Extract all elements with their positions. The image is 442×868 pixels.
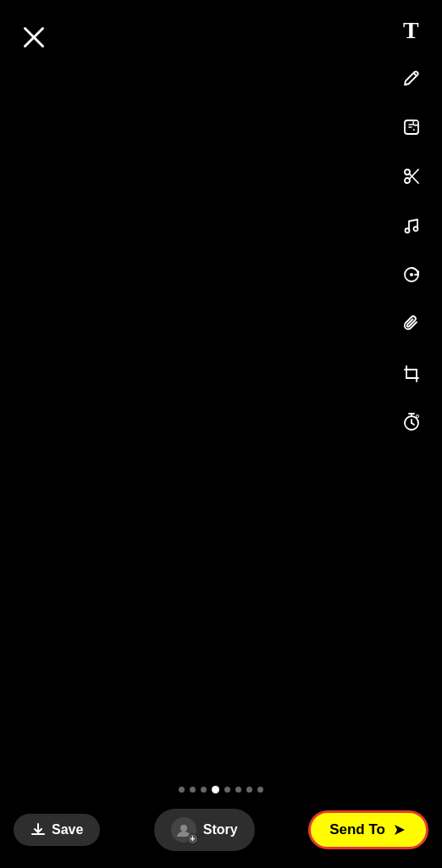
dot-6: [235, 787, 241, 793]
svg-point-24: [180, 825, 187, 832]
page-dots: [0, 786, 442, 793]
svg-point-13: [414, 227, 418, 231]
svg-line-3: [414, 73, 417, 76]
scissors-icon[interactable]: [395, 159, 428, 193]
dot-4-active: [212, 786, 219, 793]
svg-point-12: [406, 229, 410, 233]
svg-line-18: [412, 423, 414, 425]
bottom-area: Save + Story Send To: [0, 786, 442, 868]
paperclip-icon[interactable]: [395, 307, 428, 341]
add-story-icon: +: [187, 833, 198, 844]
dot-2: [190, 787, 196, 793]
dot-1: [179, 787, 185, 793]
svg-text:T: T: [403, 17, 419, 42]
close-button[interactable]: [17, 20, 51, 54]
right-toolbar: T ♪: [395, 12, 428, 439]
bottom-actions-row: Save + Story Send To: [0, 809, 442, 851]
svg-marker-25: [395, 825, 405, 835]
dot-7: [246, 787, 252, 793]
save-button[interactable]: Save: [14, 814, 100, 846]
send-to-button[interactable]: Send To: [308, 810, 428, 849]
timer-icon[interactable]: [395, 405, 428, 439]
story-label: Story: [203, 822, 238, 837]
save-label: Save: [52, 822, 83, 837]
pen-icon[interactable]: [395, 61, 428, 95]
story-button[interactable]: + Story: [154, 809, 255, 851]
text-icon[interactable]: T: [395, 12, 428, 46]
snapchat-editor-screen: T ♪: [0, 0, 442, 868]
send-to-label: Send To: [329, 821, 385, 838]
lens-icon[interactable]: [395, 258, 428, 292]
download-icon: [30, 822, 46, 837]
crop-icon[interactable]: [395, 356, 428, 390]
story-avatar: +: [171, 817, 196, 843]
dot-3: [201, 787, 207, 793]
svg-point-15: [410, 273, 413, 276]
dot-8: [257, 787, 263, 793]
sticker-icon[interactable]: ♪: [395, 110, 428, 144]
send-arrow-icon: [392, 822, 407, 837]
dot-5: [224, 787, 230, 793]
music-icon[interactable]: [395, 209, 428, 242]
